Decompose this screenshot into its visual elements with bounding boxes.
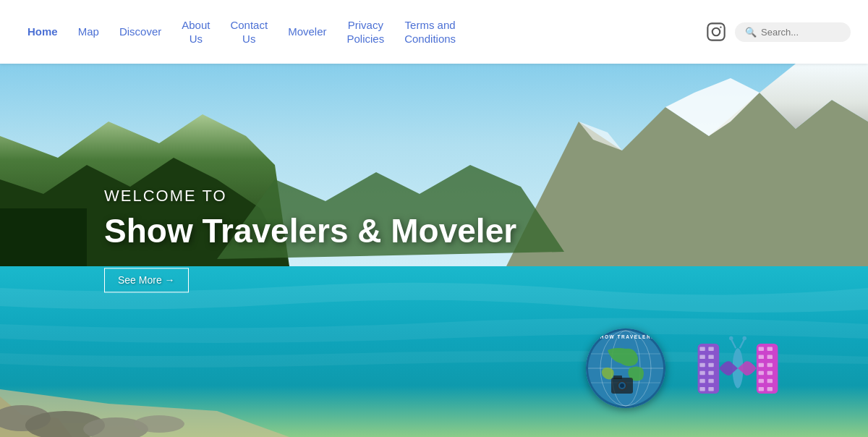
svg-rect-49 [759,370,764,375]
svg-rect-42 [708,370,713,375]
nav-link-about[interactable]: About Us [171,14,220,51]
hero-main-title: Show Travelers & Moveler [104,211,516,250]
svg-rect-50 [759,378,764,383]
svg-rect-39 [708,347,713,351]
svg-rect-0 [707,23,724,40]
svg-rect-41 [708,362,713,367]
svg-rect-35 [699,362,705,367]
svg-rect-33 [699,347,705,351]
svg-line-60 [740,339,744,348]
search-input[interactable] [761,27,841,38]
svg-line-59 [731,339,736,348]
svg-rect-48 [759,362,764,367]
nav-link-terms[interactable]: Terms and Conditions [394,14,466,51]
svg-point-62 [742,336,746,340]
nav-link-moveler[interactable]: Moveler [278,20,336,43]
search-box: 🔍 [735,22,851,42]
svg-point-61 [729,336,733,340]
svg-rect-56 [767,378,773,383]
instagram-icon[interactable] [705,20,728,43]
welcome-text: WELCOME TO [104,187,516,205]
nav-link-discover[interactable]: Discover [109,20,171,43]
nav-link-contact[interactable]: Contact Us [220,14,278,51]
svg-point-18 [134,415,184,433]
svg-rect-52 [767,347,773,351]
svg-rect-54 [767,362,773,367]
svg-rect-27 [613,376,622,379]
svg-rect-43 [708,378,713,383]
svg-rect-55 [767,370,773,375]
svg-rect-47 [759,355,764,359]
hero-logos: SHOW TRAVELERS [586,328,781,408]
svg-point-2 [720,26,721,27]
moveler-logo [694,332,781,404]
svg-rect-37 [699,378,705,383]
svg-rect-44 [708,386,713,391]
search-icon: 🔍 [745,27,757,38]
svg-rect-36 [699,370,705,375]
svg-point-30 [620,383,624,388]
svg-rect-53 [767,355,773,359]
see-more-button[interactable]: See More → [104,268,189,292]
svg-rect-57 [767,386,773,391]
svg-text:SHOW TRAVELERS: SHOW TRAVELERS [596,334,655,339]
hero-section: WELCOME TO Show Travelers & Moveler See … [0,64,868,437]
show-travelers-logo: SHOW TRAVELERS [586,328,665,408]
svg-rect-34 [699,355,705,359]
svg-rect-38 [699,386,705,391]
svg-point-1 [712,28,720,36]
svg-rect-10 [0,208,87,266]
nav-link-home[interactable]: Home [17,20,68,43]
navbar: Home Map Discover About Us Contact Us Mo… [0,0,868,64]
svg-rect-45 [757,343,778,393]
svg-rect-40 [708,355,713,359]
nav-link-map[interactable]: Map [68,20,109,43]
svg-rect-32 [698,343,720,393]
nav-links: Home Map Discover About Us Contact Us Mo… [17,14,705,51]
hero-content: WELCOME TO Show Travelers & Moveler See … [104,187,516,292]
svg-rect-46 [759,347,764,351]
svg-rect-51 [759,386,764,391]
nav-link-privacy[interactable]: Privacy Policies [337,14,395,51]
nav-right: 🔍 [705,20,851,43]
